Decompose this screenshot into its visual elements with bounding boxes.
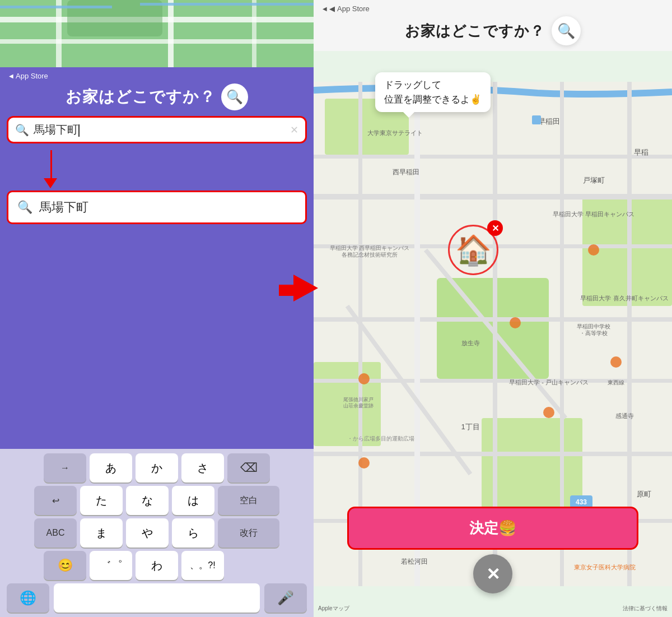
svg-point-29 bbox=[358, 373, 370, 384]
right-search-icon: 🔍 bbox=[557, 22, 575, 40]
purple-spacer bbox=[0, 224, 314, 449]
key-abc[interactable]: ABC bbox=[34, 518, 77, 548]
key-sa[interactable]: さ bbox=[181, 453, 224, 483]
key-dakuten[interactable]: ゛゜ bbox=[90, 551, 132, 580]
key-enter[interactable]: 改行 bbox=[218, 518, 279, 548]
annotation-arrow bbox=[0, 150, 314, 188]
svg-text:感通寺: 感通寺 bbox=[615, 412, 634, 419]
key-empty bbox=[227, 551, 270, 580]
suggestion-text: 馬場下町 bbox=[39, 199, 88, 216]
back-chevron-icon: ◀ bbox=[329, 4, 335, 13]
keyboard-bottom-row: 🌐 🎤 bbox=[2, 583, 311, 613]
left-map-bg bbox=[0, 0, 314, 67]
svg-text:西早稲田: 西早稲田 bbox=[393, 168, 419, 176]
key-na[interactable]: な bbox=[126, 486, 169, 515]
right-app-store-label: App Store bbox=[337, 4, 370, 13]
keyboard-row-2: ↩ た な は 空白 bbox=[2, 486, 311, 515]
svg-text:早稲田大学 早稲田キャンパス: 早稲田大学 早稲田キャンパス bbox=[553, 211, 634, 217]
svg-text:1丁目: 1丁目 bbox=[461, 423, 479, 431]
left-title-area: お家はどこですか？ 🔍 bbox=[0, 80, 314, 116]
svg-rect-39 bbox=[532, 115, 541, 124]
svg-point-32 bbox=[588, 244, 599, 256]
key-microphone[interactable]: 🎤 bbox=[264, 583, 307, 613]
key-undo[interactable]: ↩ bbox=[34, 486, 77, 515]
left-search-icon-circle[interactable]: 🔍 bbox=[221, 83, 248, 110]
key-delete[interactable]: ⌫ bbox=[227, 453, 270, 483]
house-emoji: 🏠 bbox=[455, 233, 492, 267]
svg-rect-8 bbox=[140, 3, 314, 6]
svg-text:早稲田大学 西早稲田キャンパス: 早稲田大学 西早稲田キャンパス bbox=[330, 245, 410, 251]
svg-point-30 bbox=[358, 457, 370, 468]
suggestion-box[interactable]: 🔍 馬場下町 bbox=[7, 191, 307, 224]
svg-text:放生寺: 放生寺 bbox=[461, 340, 480, 346]
key-ka[interactable]: か bbox=[136, 453, 178, 483]
svg-text:大学東京サテライト: 大学東京サテライト bbox=[367, 129, 423, 136]
svg-point-33 bbox=[510, 317, 521, 328]
arrow-line bbox=[50, 150, 52, 178]
search-bar[interactable]: 🔍 馬場下町 ✕ bbox=[7, 116, 307, 143]
svg-text:・から広場多目的運動広場: ・から広場多目的運動広場 bbox=[347, 435, 414, 442]
right-title: お家はどこですか？ bbox=[405, 21, 545, 41]
svg-text:戸塚町: 戸塚町 bbox=[583, 176, 605, 184]
svg-text:尾張徳川家戸: 尾張徳川家戸 bbox=[343, 397, 374, 402]
cancel-button[interactable]: ✕ bbox=[473, 554, 512, 593]
svg-text:早稲田大学 喜久井町キャンパス: 早稲田大学 喜久井町キャンパス bbox=[580, 295, 668, 301]
right-app-store-link[interactable]: ◀ App Store bbox=[323, 4, 370, 13]
tooltip-line1: ドラッグして bbox=[384, 78, 482, 92]
key-ya[interactable]: や bbox=[126, 518, 169, 548]
arrow-shaft bbox=[279, 285, 295, 296]
keyboard-row-1: → あ か さ ⌫ bbox=[2, 453, 311, 483]
svg-rect-4 bbox=[168, 0, 174, 67]
svg-text:東京女子医科大学病院: 東京女子医科大学病院 bbox=[574, 564, 636, 570]
svg-rect-3 bbox=[56, 0, 62, 67]
key-wa[interactable]: わ bbox=[136, 551, 178, 580]
key-ra[interactable]: ら bbox=[172, 518, 214, 548]
keyboard-row-4: 😊 ゛゜ わ 、。?! bbox=[2, 551, 311, 580]
svg-text:早稲: 早稲 bbox=[634, 148, 648, 156]
app-store-link[interactable]: App Store bbox=[9, 72, 48, 80]
key-ha[interactable]: は bbox=[172, 486, 214, 515]
suggestion-search-icon: 🔍 bbox=[17, 200, 32, 215]
right-search-icon-circle[interactable]: 🔍 bbox=[552, 16, 581, 45]
map-attribution: Appleマップ bbox=[318, 605, 349, 613]
svg-rect-2 bbox=[0, 39, 314, 44]
key-punctuation[interactable]: 、。?! bbox=[181, 551, 224, 580]
svg-text:433: 433 bbox=[576, 498, 587, 506]
svg-rect-7 bbox=[0, 6, 112, 8]
house-pin[interactable]: ✕ 🏠 bbox=[448, 225, 498, 275]
right-panel: ◀ App Store お家はどこですか？ 🔍 bbox=[314, 0, 672, 617]
svg-text:早稲田中学校: 早稲田中学校 bbox=[577, 323, 610, 330]
confirm-button[interactable]: 決定🍔 bbox=[347, 507, 638, 550]
svg-point-34 bbox=[543, 407, 554, 418]
legal-text: 法律に基づく情報 bbox=[623, 605, 668, 613]
arrow-head bbox=[44, 178, 57, 188]
keyboard: → あ か さ ⌫ ↩ た な は 空白 ABC ま や ら 改行 😊 ゛゜ わ… bbox=[0, 449, 314, 617]
search-bar-text: 馬場下町 bbox=[34, 122, 286, 137]
search-text: 馬場下町 bbox=[34, 123, 78, 136]
key-spacebar[interactable] bbox=[54, 583, 260, 613]
center-arrow bbox=[279, 275, 318, 301]
house-remove-icon[interactable]: ✕ bbox=[487, 220, 503, 236]
map-area[interactable]: 433 早稲田 西早稲田 大学東京サテライト 早稲田大学 西早稲田キャンパス 各… bbox=[314, 51, 672, 617]
svg-text:早稲田大学 - 戸山キャンパス: 早稲田大学 - 戸山キャンパス bbox=[509, 379, 589, 386]
left-panel: App Store お家はどこですか？ 🔍 🔍 馬場下町 ✕ 🔍 馬場下町 → bbox=[0, 0, 314, 617]
search-bar-container: 🔍 馬場下町 ✕ bbox=[0, 116, 314, 143]
key-space[interactable]: 空白 bbox=[218, 486, 279, 515]
svg-rect-5 bbox=[252, 0, 256, 67]
key-arrow[interactable]: → bbox=[44, 453, 86, 483]
search-bar-icon: 🔍 bbox=[15, 123, 29, 137]
svg-text:原町: 原町 bbox=[637, 490, 651, 498]
right-title-area: お家はどこですか？ 🔍 bbox=[314, 13, 672, 51]
key-ma[interactable]: ま bbox=[80, 518, 123, 548]
key-globe[interactable]: 🌐 bbox=[7, 583, 49, 613]
key-emoji[interactable]: 😊 bbox=[44, 551, 86, 580]
confirm-button-container: 決定🍔 bbox=[347, 507, 638, 550]
svg-text:山荘余慶堂跡: 山荘余慶堂跡 bbox=[343, 403, 374, 409]
key-a[interactable]: あ bbox=[90, 453, 132, 483]
search-clear-icon[interactable]: ✕ bbox=[290, 124, 298, 136]
svg-point-35 bbox=[610, 356, 622, 368]
map-tooltip: ドラッグして 位置を調整できるよ✌ bbox=[375, 72, 491, 112]
tooltip-line2: 位置を調整できるよ✌ bbox=[384, 92, 482, 107]
key-ta[interactable]: た bbox=[80, 486, 123, 515]
right-top-bar: ◀ App Store bbox=[314, 0, 672, 13]
